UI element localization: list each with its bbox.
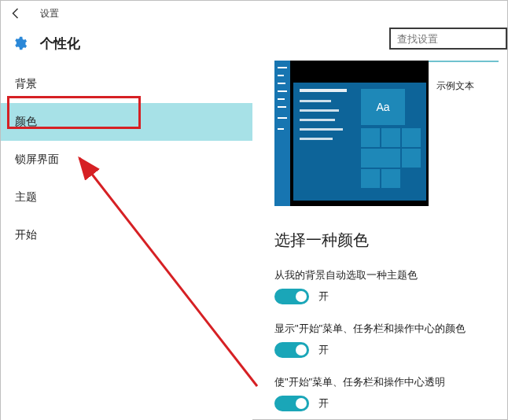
- preview-sample-window: 示例文本: [426, 61, 499, 206]
- preview-start-menu: Aa: [293, 83, 429, 201]
- sidebar-item-label: 颜色: [15, 115, 37, 129]
- sidebar-item-colors[interactable]: 颜色: [1, 103, 252, 141]
- preview-tile: Aa: [361, 89, 405, 125]
- sidebar-item-label: 锁屏界面: [15, 153, 59, 167]
- window-title: 设置: [40, 7, 59, 20]
- arrow-left-icon: [9, 6, 24, 20]
- preview-taskbar: [274, 61, 290, 206]
- preview-desktop: Aa 示例文本: [274, 61, 498, 206]
- sidebar-item-themes[interactable]: 主题: [1, 179, 252, 216]
- sidebar: 背景 颜色 锁屏界面 主题 开始: [1, 61, 252, 420]
- toggle-state-text: 开: [318, 396, 329, 411]
- sidebar-item-start[interactable]: 开始: [1, 216, 252, 254]
- section-title: 选择一种颜色: [274, 230, 507, 251]
- preview-tile-text: Aa: [376, 101, 389, 113]
- back-button[interactable]: [7, 4, 26, 23]
- toggle-auto-color[interactable]: [274, 289, 309, 304]
- page-title: 个性化: [40, 35, 80, 53]
- content-pane: Aa 示例文本: [252, 61, 507, 420]
- sidebar-item-background[interactable]: 背景: [1, 65, 252, 103]
- gear-icon: [10, 34, 29, 53]
- toggle-show-color[interactable]: [274, 342, 309, 358]
- option-label-show-color: 显示"开始"菜单、任务栏和操作中心的颜色: [274, 322, 507, 336]
- settings-window: 设置 个性化 背景 颜色 锁屏界面 主题 开始: [0, 0, 508, 420]
- titlebar: 设置: [1, 1, 507, 26]
- toggle-state-text: 开: [318, 343, 329, 357]
- sample-text: 示例文本: [436, 79, 474, 93]
- option-label-transparency: 使"开始"菜单、任务栏和操作中心透明: [274, 375, 507, 389]
- option-label-auto-color: 从我的背景自动选取一种主题色: [274, 268, 507, 282]
- sidebar-item-lockscreen[interactable]: 锁屏界面: [1, 141, 252, 179]
- toggle-state-text: 开: [318, 289, 329, 304]
- sidebar-item-label: 开始: [15, 228, 37, 242]
- search-box[interactable]: [389, 28, 507, 50]
- color-preview: Aa 示例文本: [274, 61, 498, 206]
- sidebar-item-label: 主题: [15, 190, 37, 204]
- search-input[interactable]: [397, 33, 499, 45]
- toggle-transparency[interactable]: [274, 396, 309, 411]
- sidebar-item-label: 背景: [15, 77, 37, 91]
